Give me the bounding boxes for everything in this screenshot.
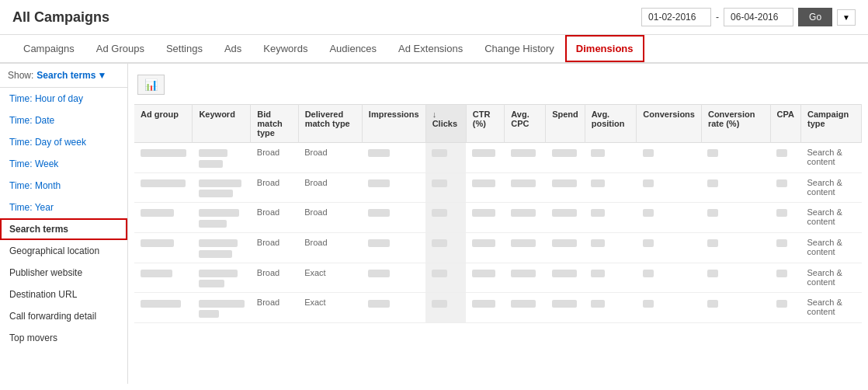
go-button[interactable]: Go — [798, 8, 832, 26]
col-avg-position[interactable]: Avg. position — [585, 105, 637, 143]
cell-avg-position — [585, 203, 637, 233]
header-dropdown-button[interactable]: ▼ — [837, 9, 856, 26]
cell-conversions — [637, 172, 702, 203]
sidebar-item-time-hour[interactable]: Time: Hour of day — [0, 88, 127, 110]
blurred-conv-rate — [707, 270, 718, 277]
cell-cpa — [770, 263, 800, 293]
blurred-position — [591, 179, 605, 187]
sidebar-item-time-year[interactable]: Time: Year — [0, 197, 127, 218]
nav-ad-groups[interactable]: Ad Groups — [85, 35, 155, 62]
blurred-ctr — [472, 270, 495, 277]
blurred-spend — [552, 209, 577, 217]
sidebar-item-publisher[interactable]: Publisher website — [0, 262, 127, 284]
nav-ad-extensions[interactable]: Ad Extensions — [387, 35, 474, 62]
show-bar: Show: Search terms ▼ — [0, 64, 127, 88]
sidebar-item-search-terms[interactable]: Search terms — [0, 218, 127, 240]
date-end-input[interactable] — [724, 8, 793, 26]
col-ctr[interactable]: CTR (%) — [466, 105, 505, 143]
col-impressions[interactable]: Impressions — [362, 105, 425, 143]
blurred-keyword2 — [199, 310, 219, 318]
sidebar-item-geo[interactable]: Geographical location — [0, 240, 127, 262]
blurred-cpa — [776, 300, 787, 308]
blurred-keyword — [199, 179, 241, 187]
sidebar-item-time-month[interactable]: Time: Month — [0, 175, 127, 197]
cell-keyword — [193, 172, 251, 203]
blurred-cpa — [776, 149, 787, 157]
blurred-conversions — [643, 179, 654, 187]
sidebar-item-time-date[interactable]: Time: Date — [0, 110, 127, 131]
blurred-cpa — [776, 239, 787, 247]
blurred-conversions — [643, 239, 654, 247]
cell-impressions — [362, 293, 425, 323]
cell-cpa — [770, 172, 800, 203]
col-cpa[interactable]: CPA — [770, 105, 800, 143]
cell-conversions — [637, 263, 702, 293]
sidebar-item-destination-url[interactable]: Destination URL — [0, 284, 127, 305]
nav-campaigns[interactable]: Campaigns — [12, 35, 85, 62]
blurred-conversions — [643, 300, 654, 308]
cell-spend — [546, 203, 585, 233]
cell-spend — [546, 172, 585, 203]
cell-conversions — [637, 293, 702, 323]
table-row: BroadExact Search & content — [134, 263, 862, 293]
nav-dimensions[interactable]: Dimensions — [565, 35, 644, 62]
col-campaign-type[interactable]: Campaign type — [801, 105, 862, 143]
blurred-keyword2 — [199, 250, 232, 258]
col-ad-group[interactable]: Ad group — [134, 105, 193, 143]
blurred-impressions — [368, 209, 390, 217]
sidebar-item-time-week[interactable]: Time: Week — [0, 153, 127, 175]
cell-cpa — [770, 293, 800, 323]
blurred-conv-rate — [707, 209, 718, 217]
cell-avg-position — [585, 172, 637, 203]
page-title: All Campaigns — [12, 9, 109, 26]
cell-ad-group — [134, 233, 193, 263]
blurred-conversions — [643, 270, 654, 277]
blurred-keyword — [199, 209, 239, 217]
col-avg-cpc[interactable]: Avg. CPC — [505, 105, 546, 143]
cell-avg-position — [585, 143, 637, 173]
cell-avg-cpc — [505, 172, 546, 203]
chart-icon-button[interactable]: 📊 — [137, 75, 165, 95]
col-clicks[interactable]: ↓ Clicks — [425, 105, 466, 143]
col-conversion-rate[interactable]: Conversion rate (%) — [701, 105, 770, 143]
blurred-keyword2 — [199, 160, 223, 168]
col-keyword[interactable]: Keyword — [193, 105, 251, 143]
nav-change-history[interactable]: Change History — [474, 35, 565, 62]
cell-spend — [546, 263, 585, 293]
cell-conversions — [637, 203, 702, 233]
blurred-clicks — [432, 209, 447, 217]
table-row: BroadBroad Search & content — [134, 143, 862, 173]
sidebar: Show: Search terms ▼ Time: Hour of day T… — [0, 64, 128, 384]
nav-bar: Campaigns Ad Groups Settings Ads Keyword… — [0, 35, 868, 64]
sidebar-item-top-movers[interactable]: Top movers — [0, 327, 127, 349]
date-start-input[interactable] — [641, 8, 711, 26]
blurred-ad-group — [141, 149, 186, 157]
show-dropdown-arrow-icon[interactable]: ▼ — [97, 70, 106, 81]
sidebar-item-call-forwarding[interactable]: Call forwarding detail — [0, 305, 127, 327]
col-delivered-match-type[interactable]: Delivered match type — [298, 105, 362, 143]
blurred-ad-group — [141, 179, 186, 187]
nav-ads[interactable]: Ads — [214, 35, 252, 62]
cell-clicks — [425, 233, 466, 263]
show-value[interactable]: Search terms — [36, 70, 95, 81]
blurred-position — [591, 149, 605, 157]
cell-bid-match-type: Broad — [251, 203, 298, 233]
nav-audiences[interactable]: Audiences — [318, 35, 387, 62]
nav-keywords[interactable]: Keywords — [252, 35, 318, 62]
cell-conversion-rate — [701, 293, 770, 323]
blurred-position — [591, 239, 605, 247]
col-bid-match-type[interactable]: Bid match type — [251, 105, 298, 143]
col-conversions[interactable]: Conversions — [637, 105, 702, 143]
cell-bid-match-type: Broad — [251, 172, 298, 203]
cell-spend — [546, 143, 585, 173]
cell-delivered-match-type: Broad — [298, 203, 362, 233]
sidebar-item-time-dayofweek[interactable]: Time: Day of week — [0, 131, 127, 153]
cell-avg-position — [585, 233, 637, 263]
blurred-cpa — [776, 270, 787, 277]
col-spend[interactable]: Spend — [546, 105, 585, 143]
cell-clicks — [425, 203, 466, 233]
nav-settings[interactable]: Settings — [155, 35, 214, 62]
blurred-conversions — [643, 209, 654, 217]
cell-avg-position — [585, 263, 637, 293]
cell-bid-match-type: Broad — [251, 143, 298, 173]
